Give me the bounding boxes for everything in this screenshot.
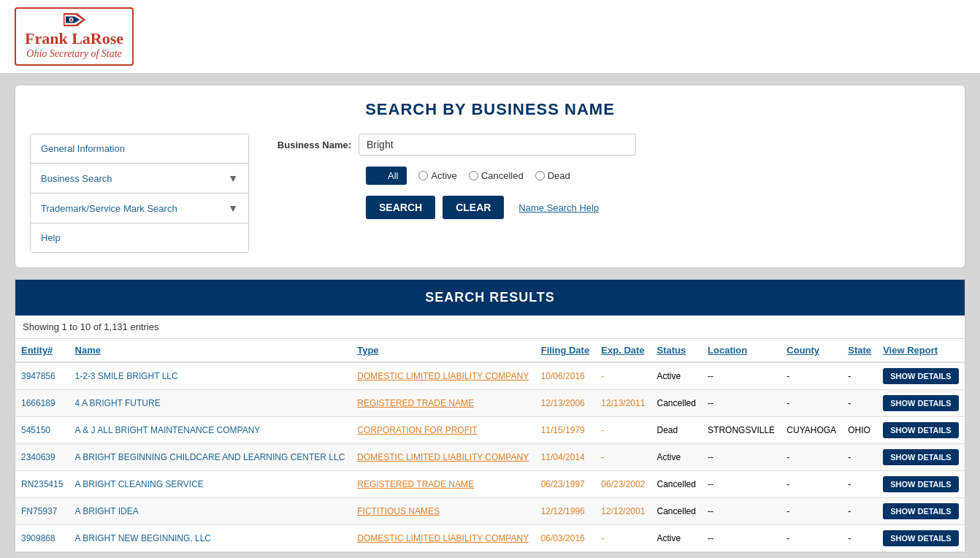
- col-filing-date[interactable]: Filing Date: [535, 339, 596, 362]
- cell-location: --: [702, 471, 781, 498]
- type-link[interactable]: DOMESTIC LIMITED LIABILITY COMPANY: [357, 371, 529, 381]
- entity-link[interactable]: FN75937: [21, 506, 57, 516]
- cell-type: FICTITIOUS NAMES: [351, 498, 535, 525]
- cell-show-details: SHOW DETAILS: [877, 444, 965, 471]
- filter-dead-option[interactable]: Dead: [535, 170, 570, 181]
- cell-name: A & J ALL BRIGHT MAINTENANCE COMPANY: [69, 417, 352, 444]
- name-link[interactable]: A & J ALL BRIGHT MAINTENANCE COMPANY: [75, 425, 261, 435]
- show-details-button[interactable]: SHOW DETAILS: [883, 395, 959, 411]
- cell-entity: RN235415: [15, 471, 69, 498]
- col-location[interactable]: Location: [702, 339, 781, 362]
- col-state[interactable]: State: [842, 339, 877, 362]
- cell-entity: 2340639: [15, 444, 69, 471]
- cell-location: --: [702, 525, 781, 552]
- col-view-report[interactable]: View Report: [877, 339, 965, 362]
- name-link[interactable]: A BRIGHT CLEANING SERVICE: [75, 479, 204, 489]
- entity-link[interactable]: 3909868: [21, 533, 55, 543]
- nav-arrow-trademark: ▼: [228, 202, 238, 214]
- cell-show-details: SHOW DETAILS: [877, 417, 965, 444]
- search-body: General Information Business Search ▼ Tr…: [30, 134, 950, 253]
- filter-radio-row: All Active Cancelled Dead: [264, 167, 950, 185]
- col-type[interactable]: Type: [351, 339, 535, 362]
- type-link[interactable]: DOMESTIC LIMITED LIABILITY COMPANY: [357, 533, 529, 543]
- entity-link[interactable]: 3947856: [21, 371, 55, 381]
- entity-link[interactable]: RN235415: [21, 479, 63, 489]
- business-name-label: Business Name:: [264, 140, 359, 150]
- name-link[interactable]: 1-2-3 SMILE BRIGHT LLC: [75, 371, 178, 381]
- table-row: FN75937A BRIGHT IDEAFICTITIOUS NAMES12/1…: [15, 498, 965, 525]
- cell-status: Active: [651, 444, 703, 471]
- show-details-button[interactable]: SHOW DETAILS: [883, 422, 959, 438]
- cell-location: --: [702, 390, 781, 417]
- cell-type: CORPORATION FOR PROFIT: [351, 417, 535, 444]
- cell-status: Dead: [651, 417, 703, 444]
- name-link[interactable]: A BRIGHT NEW BEGINNING, LLC: [75, 533, 211, 543]
- nav-item-general-info[interactable]: General Information: [31, 134, 248, 164]
- name-link[interactable]: A BRIGHT BEGINNING CHILDCARE AND LEARNIN…: [75, 452, 345, 462]
- cell-location: --: [702, 362, 781, 390]
- logo-subtitle: Ohio Secretary of State: [25, 48, 123, 60]
- cell-filing-date: 11/15/1979: [535, 417, 596, 444]
- entity-link[interactable]: 1666189: [21, 398, 55, 408]
- type-link[interactable]: DOMESTIC LIMITED LIABILITY COMPANY: [357, 452, 529, 462]
- cell-state: -: [842, 362, 877, 390]
- nav-item-help[interactable]: Help: [31, 223, 248, 252]
- show-details-button[interactable]: SHOW DETAILS: [883, 449, 959, 465]
- clear-button[interactable]: CLEAR: [443, 196, 504, 219]
- table-row: 545150A & J ALL BRIGHT MAINTENANCE COMPA…: [15, 417, 965, 444]
- entity-link[interactable]: 2340639: [21, 452, 55, 462]
- type-link[interactable]: CORPORATION FOR PROFIT: [357, 425, 477, 435]
- cell-show-details: SHOW DETAILS: [877, 471, 965, 498]
- col-name[interactable]: Name: [69, 339, 352, 362]
- filter-active-option[interactable]: Active: [418, 170, 456, 181]
- filter-dead-radio[interactable]: [535, 171, 545, 180]
- show-details-button[interactable]: SHOW DETAILS: [883, 530, 959, 546]
- name-link[interactable]: 4 A BRIGHT FUTURE: [75, 398, 161, 408]
- nav-item-business-search[interactable]: Business Search ▼: [31, 164, 248, 194]
- name-link[interactable]: A BRIGHT IDEA: [75, 506, 139, 516]
- business-name-input[interactable]: [359, 134, 636, 156]
- left-nav: General Information Business Search ▼ Tr…: [30, 134, 249, 253]
- cell-county: CUYAHOGA: [781, 417, 842, 444]
- table-header-row: Entity# Name Type Filing Date Exp. Date …: [15, 339, 965, 362]
- cell-name: A BRIGHT NEW BEGINNING, LLC: [69, 525, 352, 552]
- filter-active-radio[interactable]: [418, 171, 428, 180]
- table-row: 39478561-2-3 SMILE BRIGHT LLCDOMESTIC LI…: [15, 362, 965, 390]
- cell-entity: 545150: [15, 417, 69, 444]
- cell-exp-date: -: [595, 525, 651, 552]
- entity-link[interactable]: 545150: [21, 425, 50, 435]
- show-details-button[interactable]: SHOW DETAILS: [883, 476, 959, 492]
- show-details-button[interactable]: SHOW DETAILS: [883, 503, 959, 519]
- col-exp-date[interactable]: Exp. Date: [595, 339, 651, 362]
- table-row: 16661894 A BRIGHT FUTUREREGISTERED TRADE…: [15, 390, 965, 417]
- cell-status: Active: [651, 362, 703, 390]
- cell-name: A BRIGHT CLEANING SERVICE: [69, 471, 352, 498]
- type-link[interactable]: FICTITIOUS NAMES: [357, 506, 440, 516]
- cell-filing-date: 12/13/2006: [535, 390, 596, 417]
- cell-filing-date: 06/03/2016: [535, 525, 596, 552]
- type-link[interactable]: REGISTERED TRADE NAME: [357, 479, 474, 489]
- cell-status: Cancelled: [651, 390, 703, 417]
- filter-cancelled-radio[interactable]: [469, 171, 478, 180]
- table-body: 39478561-2-3 SMILE BRIGHT LLCDOMESTIC LI…: [15, 362, 965, 552]
- type-link[interactable]: REGISTERED TRADE NAME: [357, 398, 474, 408]
- col-county[interactable]: County: [781, 339, 842, 362]
- cell-county: -: [781, 471, 842, 498]
- show-details-button[interactable]: SHOW DETAILS: [883, 368, 959, 384]
- cell-entity: FN75937: [15, 498, 69, 525]
- cell-filing-date: 11/04/2014: [535, 444, 596, 471]
- col-status[interactable]: Status: [651, 339, 703, 362]
- cell-name: A BRIGHT BEGINNING CHILDCARE AND LEARNIN…: [69, 444, 352, 471]
- cell-state: -: [842, 471, 877, 498]
- ohio-flag-icon: [64, 13, 85, 26]
- dot-icon: [375, 172, 382, 180]
- cell-exp-date: 12/13/2011: [595, 390, 651, 417]
- filter-all-button[interactable]: All: [366, 167, 407, 185]
- nav-item-trademark-search[interactable]: Trademark/Service Mark Search ▼: [31, 194, 248, 223]
- cell-filing-date: 12/12/1996: [535, 498, 596, 525]
- col-entity[interactable]: Entity#: [15, 339, 69, 362]
- name-search-help-link[interactable]: Name Search Help: [518, 202, 599, 213]
- filter-cancelled-option[interactable]: Cancelled: [469, 170, 524, 181]
- search-button[interactable]: SEARCH: [366, 196, 435, 219]
- button-row: SEARCH CLEAR Name Search Help: [264, 196, 950, 219]
